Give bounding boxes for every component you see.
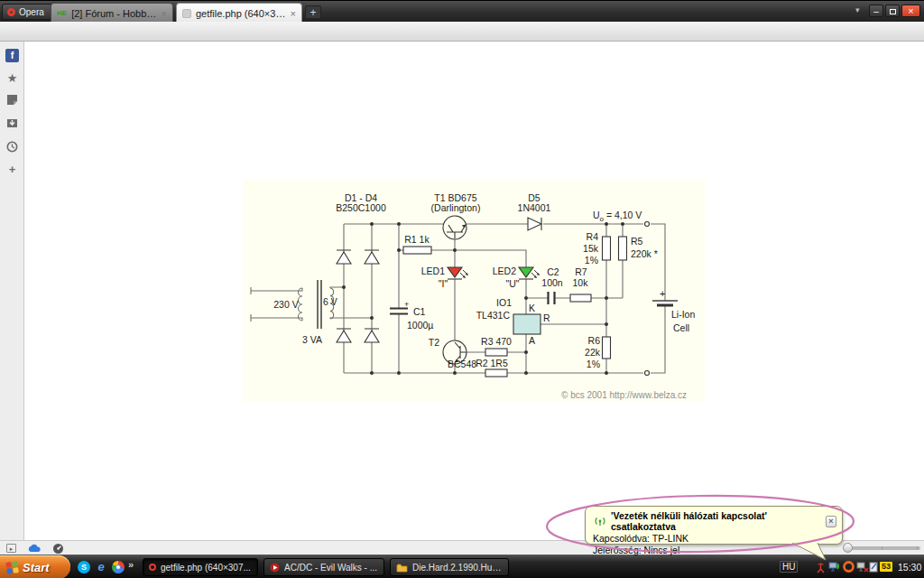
start-button[interactable]: Start	[0, 555, 70, 578]
taskbar-button-media-player[interactable]: AC/DC - Evil Walks - ...	[263, 558, 384, 576]
label-r5: R5	[631, 236, 643, 247]
screen: Opera HE [2] Fórum - Hobbielektroni... ×…	[0, 0, 924, 578]
taskbar-button-folder[interactable]: Die.Hard.2.1990.Hun...	[390, 558, 509, 576]
tab-title: getfile.php (640×307)	[196, 8, 286, 19]
address-bar: ← → ↻ Web www.hobbielektronika.hu/forum/…	[0, 22, 924, 42]
minimize-button[interactable]: –	[869, 5, 883, 17]
facebook-icon[interactable]: f	[5, 49, 19, 62]
downloads-icon[interactable]	[5, 117, 19, 131]
label-transformer-power: 3 VA	[302, 334, 322, 345]
schematic-components	[337, 216, 678, 377]
orange-app-icon[interactable]	[843, 561, 855, 573]
label-led1-func: "I"	[439, 278, 448, 289]
pen-icon[interactable]	[869, 561, 879, 573]
task-title: Die.Hard.2.1990.Hun...	[412, 563, 503, 573]
antenna-icon[interactable]	[815, 561, 827, 573]
opera-logo-icon	[7, 8, 15, 16]
opera-icon	[149, 564, 156, 571]
label-c1-polarity: +	[404, 300, 409, 309]
notes-icon[interactable]	[5, 94, 19, 107]
panel-toggle-icon[interactable]: ▸	[6, 544, 16, 553]
internet-explorer-icon[interactable]: e	[95, 561, 107, 573]
restore-button[interactable]	[885, 5, 900, 17]
label-r4-tol: 1%	[585, 255, 598, 266]
hobbielektronika-favicon: HE	[57, 9, 67, 17]
balloon-title-row: 'Vezeték nélküli hálózati kapcsolat' csa…	[593, 510, 836, 532]
page-favicon	[182, 9, 191, 18]
tab-getfile[interactable]: getfile.php (640×307) ×	[176, 3, 302, 23]
bookmarks-icon[interactable]: ★	[5, 71, 19, 85]
zoom-tick	[917, 546, 918, 550]
clock[interactable]: 15:30	[898, 562, 921, 573]
tab-close-icon[interactable]: ×	[291, 8, 296, 19]
label-c1-val: 1000µ	[407, 320, 433, 331]
label-c2-val: 100n	[541, 277, 563, 288]
task-title: getfile.php (640×307...	[161, 563, 251, 573]
restore-icon	[890, 9, 896, 14]
task-title: AC/DC - Evil Walks - ...	[284, 563, 377, 573]
notification-balloon: 'Vezeték nélküli hálózati kapcsolat' csa…	[585, 506, 843, 545]
label-t2: T2	[429, 337, 439, 348]
label-r7-val: 10k	[573, 277, 589, 288]
label-secondary-voltage: 6 V	[323, 296, 337, 307]
label-primary-voltage: 230 V	[273, 299, 298, 310]
label-r5-val: 220k *	[631, 248, 658, 259]
label-battery: Li-Ion	[671, 309, 695, 320]
label-c2: C2	[547, 266, 559, 277]
chrome-icon[interactable]	[112, 561, 125, 573]
balloon-tail	[783, 543, 837, 563]
turbo-icon[interactable]	[52, 543, 64, 555]
page-content: D1 - D4 B250C1000 T1 BD675 (Darlington) …	[24, 42, 924, 540]
label-led2-func: "U"	[505, 278, 519, 289]
windows-flag-icon	[5, 561, 19, 574]
label-r3: R3 470	[481, 336, 512, 347]
quick-launch-overflow-icon[interactable]: »	[128, 559, 134, 570]
label-r6-tol: 1%	[587, 359, 600, 369]
label-pin-a: A	[529, 335, 535, 346]
charger-schematic: D1 - D4 B250C1000 T1 BD675 (Darlington) …	[243, 179, 705, 402]
add-panel-icon[interactable]: +	[5, 163, 19, 176]
media-player-icon	[270, 563, 280, 573]
history-icon[interactable]	[5, 141, 19, 154]
title-bar: Opera HE [2] Fórum - Hobbielektroni... ×…	[0, 0, 924, 22]
skype-icon[interactable]: S	[78, 561, 90, 573]
new-tab-button[interactable]: +	[305, 5, 321, 19]
label-u0: Uo = 4,10 V	[593, 210, 642, 223]
temperature-badge[interactable]: 53	[880, 562, 892, 572]
label-led1: LED1	[421, 266, 445, 276]
zoom-slider-handle[interactable]	[843, 543, 853, 553]
label-d5-part: 1N4001	[518, 202, 551, 213]
label-t1-type: (Darlington)	[431, 202, 481, 213]
label-r7: R7	[575, 266, 587, 277]
label-io1: IO1	[496, 297, 512, 308]
wireless-network-icon[interactable]	[828, 561, 841, 573]
label-led2: LED2	[493, 266, 516, 276]
cloud-sync-icon[interactable]	[27, 544, 42, 554]
balloon-close-icon[interactable]: ×	[826, 516, 836, 527]
label-r6: R6	[588, 335, 601, 346]
tab-overflow-icon[interactable]: ▾	[855, 5, 860, 14]
wireless-signal-icon	[593, 516, 606, 527]
start-label: Start	[23, 561, 50, 574]
label-battery-polarity: +	[660, 288, 665, 299]
label-r6-val: 22k	[585, 347, 601, 358]
balloon-title: 'Vezeték nélküli hálózati kapcsolat' csa…	[611, 510, 821, 532]
folder-icon	[396, 563, 408, 573]
label-d1d4-part: B250C1000	[336, 202, 386, 213]
network-disconnected-icon[interactable]	[856, 561, 869, 573]
copyright-text: © bcs 2001 http://www.belza.cz	[561, 390, 687, 400]
label-io1-part: TL431C	[476, 310, 511, 321]
opera-menu-button[interactable]: Opera	[2, 4, 52, 20]
label-pin-k: K	[529, 303, 535, 313]
label-t2-part: BC548	[448, 359, 476, 369]
zoom-slider-track[interactable]	[850, 546, 920, 550]
opera-menu-label: Opera	[19, 7, 44, 17]
label-r4-val: 15k	[583, 243, 599, 254]
zoom-tick	[882, 546, 882, 550]
label-c1: C1	[413, 306, 426, 317]
taskbar-button-opera[interactable]: getfile.php (640×307...	[143, 558, 258, 576]
tab-forum[interactable]: HE [2] Fórum - Hobbielektroni... ×	[51, 3, 173, 23]
tab-close-icon[interactable]: ×	[162, 8, 167, 19]
close-button[interactable]: ×	[901, 5, 920, 17]
label-r2: R2 1R5	[476, 358, 508, 368]
